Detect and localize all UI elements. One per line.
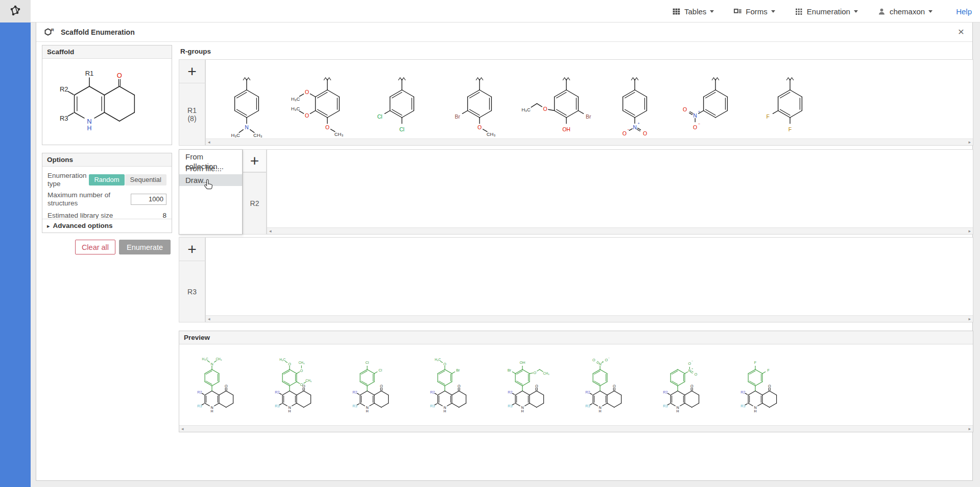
r1-fragment-3[interactable]: ClCl xyxy=(363,60,441,139)
svg-text:CH₃: CH₃ xyxy=(298,361,304,364)
r1-fragment-5[interactable]: OH₃COHBr xyxy=(518,60,596,139)
svg-text:N: N xyxy=(443,405,446,410)
menu-item-from-collection[interactable]: From collection... xyxy=(179,151,242,163)
menu-label: chemaxon xyxy=(890,7,925,16)
svg-text:H: H xyxy=(289,409,291,413)
topbar: TablesFormsEnumerationchemaxonHelp xyxy=(0,0,980,22)
svg-text:O: O xyxy=(477,124,482,130)
preview-structure-3: ONHR2R3ClCl xyxy=(338,345,415,425)
r1-scrollbar[interactable]: ◂ ▸ xyxy=(206,138,973,145)
svg-text:H₃C: H₃C xyxy=(202,357,208,361)
r3-scrollbar[interactable]: ◂ ▸ xyxy=(206,315,973,322)
scaffold-panel-header: Scaffold xyxy=(42,45,172,59)
scroll-right-icon[interactable]: ▸ xyxy=(968,228,971,235)
svg-text:O: O xyxy=(543,106,547,112)
enumeration-type-label: Enumeration type xyxy=(47,172,89,188)
r1-fragment-4[interactable]: BrOCH₃ xyxy=(441,60,518,139)
svg-text:F: F xyxy=(768,368,770,373)
svg-text:N: N xyxy=(210,405,213,410)
menu-tables[interactable]: Tables xyxy=(672,7,714,16)
preview-structure-1: ONHR2R3NH₃CCH₃ xyxy=(182,345,260,425)
scroll-left-icon[interactable]: ◂ xyxy=(181,426,184,432)
molecule-logo-icon xyxy=(8,4,22,18)
svg-text:O: O xyxy=(643,130,647,136)
close-icon[interactable]: × xyxy=(958,26,964,38)
preview-structure-list: ONHR2R3NH₃CCH₃ONHR2R3OCH₃OCH₃OH₃CONHR2R3… xyxy=(179,344,973,425)
svg-text:O: O xyxy=(300,368,303,373)
scaffold-r-icon: R xyxy=(43,27,56,37)
svg-text:N: N xyxy=(521,405,523,410)
preview-structure-4: ONHR2R3BrOH₃C xyxy=(415,345,493,425)
chevron-down-icon xyxy=(928,10,933,13)
svg-text:R3: R3 xyxy=(430,404,435,408)
help-link[interactable]: Help xyxy=(956,7,972,16)
svg-text:R3: R3 xyxy=(585,404,590,408)
r2-fragment-list: ◂ ▸ xyxy=(267,149,973,235)
chevron-down-icon xyxy=(854,10,858,13)
preview-structure-2: ONHR2R3OCH₃OCH₃OH₃C xyxy=(260,345,338,425)
r1-fragment-1[interactable]: NCH₃H₃C xyxy=(208,60,285,139)
menu-forms[interactable]: Forms xyxy=(733,7,775,16)
svg-text:O: O xyxy=(534,370,537,375)
r3-label-column: + R3 xyxy=(179,237,205,322)
enumeration-type-sequential[interactable]: Sequential xyxy=(125,174,166,185)
svg-text:H: H xyxy=(87,125,92,132)
app-logo[interactable] xyxy=(0,0,31,22)
svg-text:N: N xyxy=(633,124,637,130)
enumeration-type-toggle: Random Sequential xyxy=(89,174,166,185)
svg-text:CH₃: CH₃ xyxy=(543,372,549,375)
svg-text:R1: R1 xyxy=(85,69,94,77)
svg-text:R3: R3 xyxy=(197,404,202,408)
svg-text:Cl: Cl xyxy=(399,126,404,132)
clear-all-button[interactable]: Clear all xyxy=(75,240,115,254)
scroll-right-icon[interactable]: ▸ xyxy=(968,316,971,322)
svg-text:OH: OH xyxy=(562,126,570,132)
r1-fragment-2[interactable]: OH₃COH₃COCH₃ xyxy=(285,60,363,139)
svg-text:O: O xyxy=(613,384,616,388)
r2-scrollbar[interactable]: ◂ ▸ xyxy=(267,227,973,234)
svg-text:Cl: Cl xyxy=(377,113,383,119)
add-r2-fragment-button[interactable]: + xyxy=(243,149,267,172)
menu-enumeration[interactable]: Enumeration xyxy=(795,7,858,16)
svg-text:H₃C: H₃C xyxy=(279,358,285,361)
svg-text:CH₃: CH₃ xyxy=(253,132,262,137)
r1-fragment-6[interactable]: N+OO− xyxy=(596,60,674,139)
enumeration-type-random[interactable]: Random xyxy=(89,174,124,185)
r1-fragment-8[interactable]: FF xyxy=(751,60,829,139)
advanced-options-toggle[interactable]: ▸Advanced options xyxy=(42,219,172,233)
svg-text:N: N xyxy=(87,118,91,125)
svg-text:O: O xyxy=(693,124,697,130)
svg-text:+: + xyxy=(698,110,700,114)
topbar-menus: TablesFormsEnumerationchemaxonHelp xyxy=(653,0,980,22)
svg-text:H: H xyxy=(366,409,369,413)
svg-text:O: O xyxy=(683,106,687,112)
add-r3-fragment-button[interactable]: + xyxy=(179,237,205,261)
svg-text:R2: R2 xyxy=(275,390,279,395)
preview-structure-8: ONHR2R3FF xyxy=(726,345,803,425)
scroll-left-icon[interactable]: ◂ xyxy=(269,228,272,235)
svg-text:O: O xyxy=(695,372,698,377)
svg-text:H₃C: H₃C xyxy=(521,107,531,112)
svg-text:N: N xyxy=(366,405,368,410)
svg-text:H: H xyxy=(754,409,757,413)
preview-panel-header: Preview xyxy=(179,331,973,344)
scaffold-structure[interactable]: ONHR2R3R1 xyxy=(42,59,172,146)
r1-fragment-7[interactable]: N+OO− xyxy=(674,60,751,139)
dialog-title: Scaffold Enumeration xyxy=(61,28,135,36)
scroll-right-icon[interactable]: ▸ xyxy=(968,426,971,432)
scaffold-enumeration-dialog: R Scaffold Enumeration × Scaffold ONHR2R… xyxy=(36,22,973,481)
menu-chemaxon[interactable]: chemaxon xyxy=(877,7,933,16)
scroll-right-icon[interactable]: ▸ xyxy=(968,139,971,146)
row-label-r3: R3 xyxy=(179,261,205,322)
svg-text:O: O xyxy=(458,384,461,388)
scroll-left-icon[interactable]: ◂ xyxy=(208,139,210,146)
svg-text:H: H xyxy=(521,409,524,413)
add-r1-fragment-button[interactable]: + xyxy=(179,59,205,83)
preview-scrollbar[interactable]: ◂ ▸ xyxy=(179,425,973,432)
max-structures-label: Maximum number of structures xyxy=(47,191,113,207)
svg-text:R2: R2 xyxy=(352,390,357,395)
max-structures-input[interactable] xyxy=(131,194,166,205)
scroll-left-icon[interactable]: ◂ xyxy=(208,316,210,322)
enumerate-button[interactable]: Enumerate xyxy=(119,240,171,254)
menu-item-from-file[interactable]: From file... xyxy=(179,163,242,174)
